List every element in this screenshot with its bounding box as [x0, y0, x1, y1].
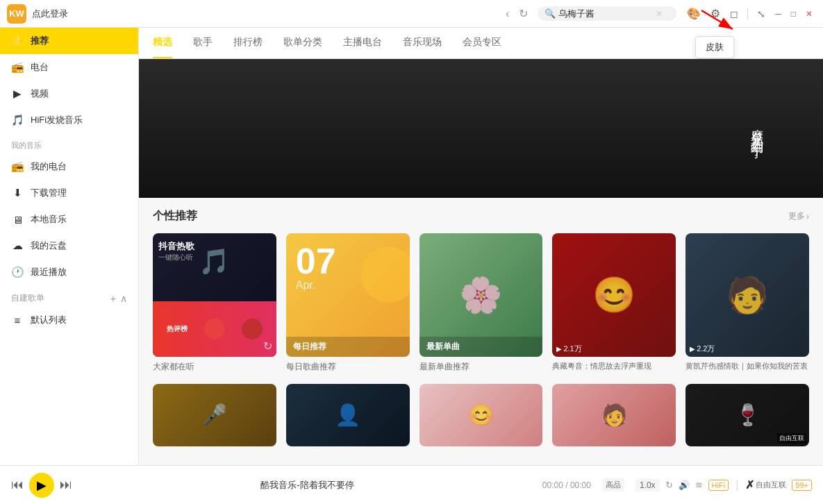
card-img-new: 🌸 最新单曲 [419, 233, 543, 357]
volume-button[interactable]: 🔊 [679, 480, 690, 490]
radio-icon: 📻 [11, 61, 24, 74]
star-icon: ⭐ [11, 35, 24, 47]
close-button[interactable]: ✕ [802, 8, 816, 20]
prev-button[interactable]: ⏮ [11, 478, 24, 492]
card-bottom-3[interactable]: 😊 [419, 384, 543, 446]
sidebar-item-shipin[interactable]: ▶ 视频 [0, 81, 138, 107]
titlebar: KW 点此登录 ‹ ↻ 🔍 ✕ 🎨 ⚙ ◻ ⤡ ─ □ ✕ 皮肤 [0, 0, 823, 28]
download-icon: ⬇ [11, 187, 24, 199]
banner-right[interactable]: 摩登兄弟刘宇宁 [691, 59, 823, 198]
red-arrow-indicator [698, 7, 740, 35]
card-label-daily: 每日歌曲推荐 [286, 361, 410, 373]
tab-jingxuan[interactable]: 精选 [153, 28, 172, 58]
next-button[interactable]: ⏭ [60, 478, 72, 492]
sidebar-item-diantai[interactable]: 📻 电台 [0, 54, 138, 81]
content-area: 精选 歌手 排行榜 歌单分类 主播电台 音乐现场 会员专区 JJ LIN FEA… [139, 28, 823, 465]
svg-line-1 [701, 10, 733, 29]
maximize-button[interactable]: □ [788, 8, 799, 20]
play-count-diancan: ▶ 2.1万 [556, 344, 581, 354]
local-icon: 🖥 [11, 214, 24, 226]
separator [747, 8, 748, 19]
sidebar-item-hifi[interactable]: 🎵 HiFi发烧音乐 [0, 107, 138, 133]
sidebar-item-recent[interactable]: 🕐 最近播放 [0, 259, 138, 285]
tab-huiyuanzhuanqu[interactable]: 会员专区 [463, 28, 501, 58]
card-bottom-4[interactable]: 🧑 [552, 384, 676, 446]
watermark: ✗ 自由互联 [745, 478, 786, 492]
player-quality: 高品 [602, 478, 624, 492]
tab-geshou[interactable]: 歌手 [193, 28, 213, 58]
clear-search-icon[interactable]: ✕ [656, 9, 663, 19]
card-img-daily: 07 Apr. 每日推荐 [286, 233, 410, 357]
card-huankai[interactable]: 🧑 ▶ 2.2万 黄凯芹伤感情歌｜如果你知我的苦衷 [685, 233, 809, 373]
my-music-label: 我的音乐 [0, 133, 138, 153]
back-button[interactable]: ‹ [503, 6, 512, 22]
window-scale-button[interactable]: ⤡ [754, 7, 769, 21]
second-row-section: 🎤 👤 😊 [139, 384, 823, 457]
card-new-songs[interactable]: 🌸 最新单曲 最新单曲推荐 [419, 233, 543, 373]
search-bar: 🔍 ✕ [538, 6, 676, 21]
sidebar-item-download[interactable]: ⬇ 下载管理 [0, 180, 138, 206]
card-img-bottom-5: 🍷 自由互联 [685, 384, 809, 446]
refresh-button[interactable]: ↻ [516, 6, 531, 22]
card-img-bottom-1: 🎤 [153, 384, 276, 446]
play-count-huankai: ▶ 2.2万 [690, 344, 715, 354]
card-label-new: 最新单曲推荐 [419, 361, 543, 373]
refresh-icon: ↻ [263, 339, 272, 353]
nav-buttons: ‹ ↻ [503, 6, 531, 22]
tab-paixingbang[interactable]: 排行榜 [233, 28, 263, 58]
app-logo: KW [7, 4, 26, 24]
video-icon: ▶ [11, 87, 24, 100]
card-img-bottom-2: 👤 [286, 384, 410, 446]
zijian-label: 自建歌单 [11, 292, 44, 304]
banner-area: JJ LIN FEAT IN T 全新数字 [139, 59, 823, 198]
chevron-right-icon: › [806, 212, 809, 221]
sidebar-item-cloud[interactable]: ☁ 我的云盘 [0, 233, 138, 259]
card-label-douyin: 大家都在听 [153, 361, 276, 373]
collapse-playlist-button[interactable]: ∧ [120, 293, 127, 304]
banner-right-text: 摩登兄弟刘宇宁 [739, 112, 775, 145]
card-diancan[interactable]: 😊 ▶ 2.1万 典藏粤音：情思故去浮声重现 [552, 233, 676, 373]
tab-yinyuexianchang[interactable]: 音乐现场 [403, 28, 442, 58]
sidebar-item-tuijian[interactable]: ⭐ 推荐 [0, 28, 138, 54]
zijian-section-header: 自建歌单 + ∧ [0, 285, 138, 307]
card-img-bottom-3: 😊 [419, 384, 543, 446]
second-cards-grid: 🎤 👤 😊 [153, 384, 809, 446]
hifi-button[interactable]: HiFi [708, 480, 729, 491]
play-button[interactable]: ▶ [29, 473, 54, 498]
card-daily[interactable]: 07 Apr. 每日推荐 每日歌曲推荐 [286, 233, 410, 373]
sidebar: ⭐ 推荐 📻 电台 ▶ 视频 🎵 HiFi发烧音乐 我的音乐 📻 我的电台 ⬇ … [0, 28, 139, 465]
cards-grid: 🎵 热评榜 抖音热歌 一键随心听 ↻ [153, 233, 809, 373]
sidebar-item-myradio[interactable]: 📻 我的电台 [0, 153, 138, 180]
search-icon: 🔍 [544, 8, 556, 19]
section-title: 个性推荐 [153, 209, 197, 224]
cloud-icon: ☁ [11, 240, 24, 252]
notification-badge: 99+ [792, 480, 812, 491]
card-douyin[interactable]: 🎵 热评榜 抖音热歌 一键随心听 ↻ [153, 233, 276, 373]
tab-zhubodianta[interactable]: 主播电台 [343, 28, 382, 58]
sidebar-item-localmusic[interactable]: 🖥 本地音乐 [0, 206, 138, 233]
tab-geddanfenlei[interactable]: 歌单分类 [283, 28, 322, 58]
playlist-icon: ≡ [11, 314, 24, 326]
card-bottom-2[interactable]: 👤 [286, 384, 410, 446]
card-bottom-1[interactable]: 🎤 [153, 384, 276, 446]
login-button[interactable]: 点此登录 [32, 8, 68, 20]
player-right: 1.0x ↻ 🔊 ≋ HiFi | ✗ 自由互联 99+ [635, 478, 812, 492]
more-button[interactable]: 更多 › [788, 210, 809, 222]
sidebar-item-default-list[interactable]: ≡ 默认列表 [0, 307, 138, 333]
search-input[interactable] [558, 8, 656, 19]
minimize-button[interactable]: ─ [772, 8, 785, 20]
loop-button[interactable]: ↻ [665, 480, 673, 490]
banner-container: JJ LIN FEAT IN T 全新数字 [139, 59, 823, 198]
add-playlist-button[interactable]: + [110, 293, 116, 304]
hifi-icon: 🎵 [11, 114, 24, 126]
recent-icon: 🕐 [11, 266, 24, 278]
player-controls: ⏮ ▶ ⏭ [11, 473, 72, 498]
card-img-huankai: 🧑 ▶ 2.2万 [685, 233, 809, 357]
equalizer-button[interactable]: ≋ [695, 480, 703, 490]
card-img-bottom-4: 🧑 [552, 384, 676, 446]
recommendations-section: 个性推荐 更多 › 🎵 热评榜 [139, 198, 823, 384]
card-img-diancan: 😊 ▶ 2.1万 [552, 233, 676, 357]
skin-tooltip: 皮肤 [695, 36, 734, 58]
player-speed[interactable]: 1.0x [635, 479, 660, 492]
card-bottom-5[interactable]: 🍷 自由互联 [685, 384, 809, 446]
